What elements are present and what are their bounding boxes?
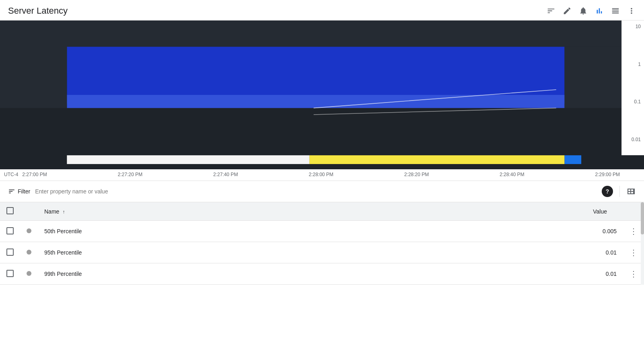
- page-title: Server Latency: [8, 6, 68, 16]
- header-checkbox[interactable]: [6, 207, 14, 214]
- x-label-0: 2:27:00 PM: [22, 172, 47, 177]
- x-label-5: 2:28:40 PM: [500, 172, 524, 177]
- table-rows-icon[interactable]: [611, 6, 620, 15]
- more-vert-icon[interactable]: [627, 6, 636, 15]
- columns-button[interactable]: [626, 187, 636, 196]
- row-2-more-button[interactable]: ⋮: [630, 248, 638, 257]
- filter-icon-group: Filter: [8, 188, 30, 195]
- row-2-dot-cell: [20, 242, 38, 263]
- table-wrapper: Name ↑ Value 50th Percentile 0.005: [0, 202, 644, 285]
- divider: [619, 186, 620, 197]
- row-1-name: 50th Percentile: [38, 221, 377, 242]
- row-1-dot: [27, 228, 31, 233]
- table-row: 99th Percentile 0.01 ⋮: [0, 263, 644, 285]
- row-3-value: 0.01: [377, 263, 623, 285]
- header: Server Latency: [0, 0, 644, 21]
- x-label-1: 2:27:20 PM: [118, 172, 142, 177]
- chart-canvas: [0, 21, 644, 169]
- sort-arrow-icon: ↑: [62, 209, 65, 215]
- x-axis-labels: 2:27:00 PM 2:27:20 PM 2:27:40 PM 2:28:00…: [22, 172, 620, 177]
- row-3-checkbox-cell: [0, 263, 20, 285]
- header-toolbar: [547, 6, 636, 15]
- th-name[interactable]: Name ↑: [38, 202, 377, 221]
- filter-icon: [8, 188, 15, 195]
- filter-list-icon[interactable]: [547, 6, 555, 15]
- data-table: Name ↑ Value 50th Percentile 0.005: [0, 202, 644, 285]
- y-label-0_01: 0.01: [622, 137, 641, 142]
- chart-container: 10 1 0.1 0.01 UTC-4 2:27:00 PM 2:27:20 P…: [0, 21, 644, 181]
- chart-icon[interactable]: [595, 6, 604, 15]
- timezone-label: UTC-4: [4, 172, 18, 177]
- row-1-value: 0.005: [377, 221, 623, 242]
- row-checkbox-cell: [0, 221, 20, 242]
- row-2-name: 95th Percentile: [38, 242, 377, 263]
- table-row: 50th Percentile 0.005 ⋮: [0, 221, 644, 242]
- filter-right-controls: ?: [602, 186, 636, 197]
- row-3-dot-cell: [20, 263, 38, 285]
- table-row: 95th Percentile 0.01 ⋮: [0, 242, 644, 263]
- svg-rect-10: [565, 155, 582, 164]
- alert-icon[interactable]: [579, 6, 588, 15]
- svg-rect-0: [0, 21, 644, 47]
- x-label-6: 2:29:00 PM: [595, 172, 620, 177]
- y-label-10: 10: [622, 24, 641, 29]
- y-axis: 10 1 0.1 0.01: [621, 21, 644, 155]
- th-dot: [20, 202, 38, 221]
- row-3-checkbox[interactable]: [6, 270, 14, 277]
- row-1-checkbox[interactable]: [6, 227, 14, 234]
- row-2-checkbox-cell: [0, 242, 20, 263]
- row-2-checkbox[interactable]: [6, 249, 14, 256]
- filter-input[interactable]: [35, 188, 597, 195]
- help-button[interactable]: ?: [602, 186, 613, 197]
- filter-label: Filter: [18, 188, 30, 195]
- row-3-more-button[interactable]: ⋮: [630, 269, 638, 279]
- row-2-value: 0.01: [377, 242, 623, 263]
- row-1-more-button[interactable]: ⋮: [630, 226, 638, 236]
- x-label-3: 2:28:00 PM: [309, 172, 333, 177]
- filter-bar: Filter ?: [0, 181, 644, 202]
- row-2-dot: [27, 250, 31, 255]
- chart-svg: [0, 21, 644, 169]
- th-value-label: Value: [593, 208, 607, 215]
- row-3-dot: [27, 271, 31, 276]
- x-label-2: 2:27:40 PM: [213, 172, 238, 177]
- scrollbar-track[interactable]: [641, 202, 644, 285]
- edit-icon[interactable]: [563, 6, 572, 15]
- x-axis: UTC-4 2:27:00 PM 2:27:20 PM 2:27:40 PM 2…: [0, 169, 644, 181]
- y-label-0_1: 0.1: [622, 99, 641, 105]
- th-checkbox: [0, 202, 20, 221]
- table-header-row: Name ↑ Value: [0, 202, 644, 221]
- row-3-name: 99th Percentile: [38, 263, 377, 285]
- table-body: 50th Percentile 0.005 ⋮ 95th Percentile …: [0, 221, 644, 285]
- scrollbar-thumb[interactable]: [641, 202, 644, 234]
- svg-rect-8: [67, 155, 310, 164]
- x-label-4: 2:28:20 PM: [404, 172, 429, 177]
- table-header: Name ↑ Value: [0, 202, 644, 221]
- y-label-1: 1: [622, 62, 641, 67]
- svg-rect-9: [310, 155, 565, 164]
- th-name-label: Name: [44, 208, 59, 215]
- row-1-dot-cell: [20, 221, 38, 242]
- th-value: Value: [377, 202, 623, 221]
